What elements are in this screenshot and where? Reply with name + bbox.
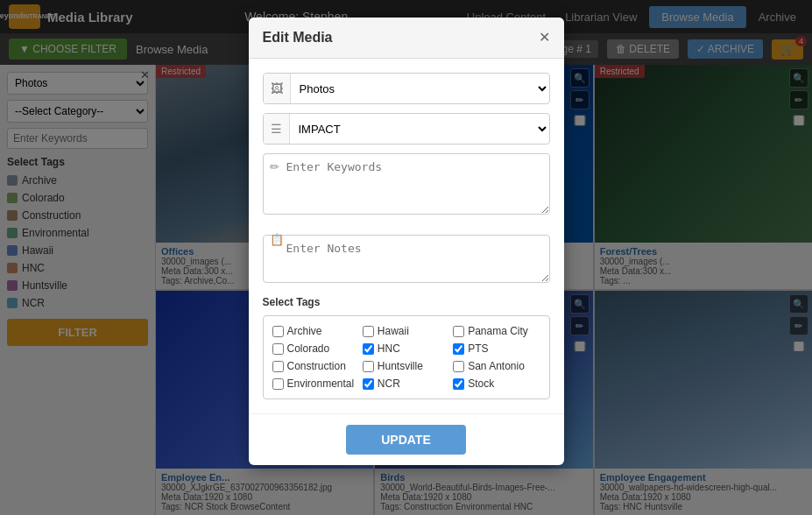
tag-checkbox[interactable] [363,378,374,390]
notes-icon: 📋 [270,233,284,246]
modal-tag-item[interactable]: Huntsville [363,360,449,372]
tag-checkbox[interactable] [272,361,284,372]
tag-checkbox[interactable] [272,343,284,355]
modal-tag-item[interactable]: Construction [272,360,359,372]
modal-close-icon[interactable]: ✕ [539,31,550,45]
modal-type-select[interactable]: Photos [291,75,549,102]
modal-tag-item[interactable]: San Antonio [453,360,540,372]
modal-tag-item[interactable]: Colorado [272,342,359,355]
tag-label: PTS [468,342,488,355]
tag-label: Panama City [468,325,528,337]
tag-label: Stock [468,377,494,390]
modal-category-select-wrapper: ☰ IMPACT [263,113,550,145]
notes-wrapper: 📋 [263,226,550,286]
modal-tags-grid: ArchiveHawaiiPanama CityColoradoHNCPTSCo… [263,315,550,399]
tag-label: HNC [378,342,400,355]
tag-label: NCR [378,377,400,390]
tag-checkbox[interactable] [272,378,284,390]
modal-keywords-input[interactable] [263,153,550,215]
keywords-wrapper: ✏ [263,153,550,217]
tag-checkbox[interactable] [453,378,464,390]
modal-notes-input[interactable] [263,235,550,283]
tag-checkbox[interactable] [363,361,374,372]
modal-category-select[interactable]: IMPACT [290,116,549,143]
modal-overlay: Edit Media ✕ 🖼 Photos ☰ IMPACT [0,0,812,515]
tag-checkbox[interactable] [272,326,284,337]
modal-header: Edit Media ✕ [249,18,564,59]
modal-tag-item[interactable]: HNC [363,342,449,355]
list-icon: ☰ [264,114,290,144]
modal-tag-item[interactable]: NCR [363,377,449,390]
tag-label: Colorado [287,342,330,355]
modal-tag-item[interactable]: Hawaii [363,325,449,337]
image-icon: 🖼 [264,74,291,103]
update-button[interactable]: UPDATE [346,425,466,455]
modal-type-select-wrapper: 🖼 Photos [263,73,550,104]
tag-checkbox[interactable] [453,361,464,372]
modal-tags-label: Select Tags [263,296,550,308]
tag-label: Archive [287,325,322,337]
modal-tag-item[interactable]: Stock [453,377,540,390]
pencil-icon: ✏ [270,160,279,173]
tag-checkbox[interactable] [453,343,464,355]
main-layout: ✕ Photos --Select Category-- Select Tags… [0,65,812,515]
tag-label: Environmental [287,377,355,390]
modal-tag-item[interactable]: PTS [453,342,540,355]
modal-footer: UPDATE [249,413,564,465]
modal-body: 🖼 Photos ☰ IMPACT ✏ [249,59,564,413]
modal-tag-item[interactable]: Environmental [272,377,359,390]
tag-label: San Antonio [468,360,525,372]
tag-label: Hawaii [378,325,409,337]
tag-label: Construction [287,360,346,372]
tag-checkbox[interactable] [453,326,464,337]
modal-title: Edit Media [263,30,333,46]
tag-label: Huntsville [378,360,423,372]
modal-tag-item[interactable]: Archive [272,325,359,337]
tag-checkbox[interactable] [363,343,374,355]
tag-checkbox[interactable] [363,326,374,337]
edit-media-modal: Edit Media ✕ 🖼 Photos ☰ IMPACT [249,18,564,465]
modal-tag-item[interactable]: Panama City [453,325,540,337]
